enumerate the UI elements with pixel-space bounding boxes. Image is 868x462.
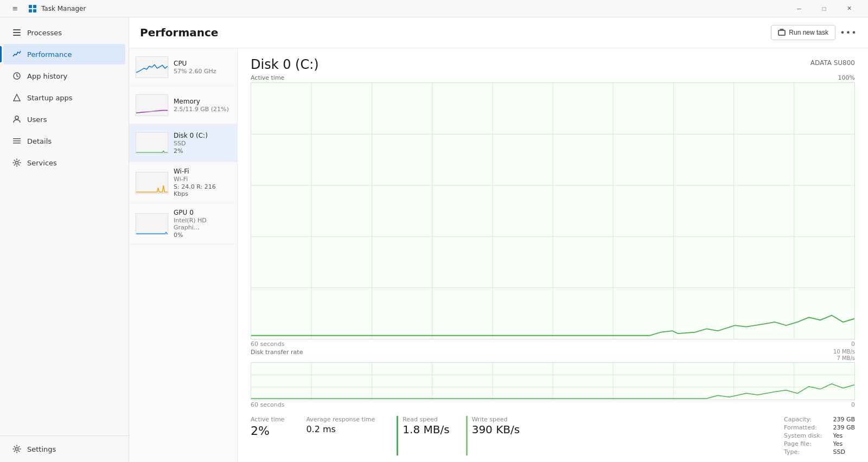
chart2-label: Disk transfer rate [251,349,303,361]
device-item-gpu0[interactable]: GPU 0 Intel(R) HD Graphi... 0% [129,203,237,245]
chart-section-active-time: Active time 100% [238,74,868,349]
svg-point-9 [15,116,18,119]
cpu-mini-chart [136,56,168,78]
sidebar-item-details[interactable]: Details [3,131,125,151]
disk0-info: Disk 0 (C:) SSD 2% [174,132,231,155]
sidebar-label-processes: Processes [27,29,62,37]
window-controls: ─ □ ✕ [787,0,861,17]
app-body: Processes Performance App history [0,17,868,462]
write-speed-value: 390 KB/s [472,423,520,436]
more-icon: ••• [840,28,857,38]
device-item-disk0[interactable]: Disk 0 (C:) SSD 2% [129,124,237,162]
gpu-mini-chart [136,213,168,235]
device-item-memory[interactable]: Memory 2.5/11.9 GB (21%) [129,86,237,124]
chart2-max2: 7 MB/s [837,355,855,361]
sidebar-item-settings[interactable]: Settings [3,439,125,459]
performance-icon [12,49,22,59]
bottom-charts-section: Disk transfer rate 10 MB/s 7 MB/s [238,349,868,409]
window-title: Task Manager [41,5,787,12]
sidebar-item-app-history[interactable]: App history [3,66,125,86]
svg-rect-1 [33,5,36,8]
chart1-time: 60 seconds [251,341,284,348]
device-item-wifi[interactable]: Wi-Fi Wi-Fi S: 24.0 R: 216 Kbps [129,162,237,203]
read-speed-stat: Read speed 1.8 MB/s [397,416,449,455]
chart1-label-row: Active time 100% [251,74,855,81]
close-button[interactable]: ✕ [837,0,861,17]
chart2-max1: 10 MB/s [833,349,855,355]
sidebar-item-users[interactable]: Users [3,109,125,130]
disk0-name: Disk 0 (C:) [174,132,231,139]
gpu0-val: 0% [174,232,231,239]
app-history-icon [12,71,22,81]
active-time-stat: Active time 2% [251,416,284,455]
content-area: Performance Run new task ••• [129,17,868,462]
chart1-svg [251,83,854,339]
type-value: SSD [833,448,855,455]
detail-title: Disk 0 (C:) [251,57,319,72]
details-icon [12,136,22,146]
sidebar-item-processes[interactable]: Processes [3,22,125,43]
sidebar-label-services: Services [27,159,57,167]
capacity-value: 239 GB [833,416,855,423]
chart2-svg [251,363,854,400]
content-header: Performance Run new task ••• [129,17,868,48]
run-task-icon [778,29,786,36]
avg-response-value: 0.2 ms [306,424,375,434]
more-options-button[interactable]: ••• [840,24,857,41]
sidebar-label-startup-apps: Startup apps [27,94,73,102]
main-split: CPU 57% 2.60 GHz Memory 2.5/11.9 GB [129,48,868,462]
svg-rect-5 [13,32,21,33]
speed-stats: Read speed 1.8 MB/s Write speed 390 KB/s [397,416,520,455]
capacity-label: Capacity: [784,416,822,423]
chart1-time-row: 60 seconds 0 [251,339,855,349]
avg-response-label: Average response time [306,416,375,423]
chart1-container [251,82,855,339]
sidebar-bottom: Settings [0,435,129,460]
formatted-label: Formatted: [784,424,822,431]
cpu-name: CPU [174,60,231,67]
svg-rect-4 [13,29,21,30]
write-speed-stat: Write speed 390 KB/s [466,416,520,455]
device-item-cpu[interactable]: CPU 57% 2.60 GHz [129,48,237,86]
chart2-container [251,362,855,400]
settings-icon [12,444,22,454]
svg-point-13 [16,162,18,164]
wifi-val: S: 24.0 R: 216 Kbps [174,183,231,197]
system-disk-label: System disk: [784,432,822,439]
detail-model-block: ADATA SU800 [810,57,855,67]
write-speed-label: Write speed [472,416,520,423]
sidebar-item-startup-apps[interactable]: Startup apps [3,87,125,108]
stats-bar: Active time 2% Average response time 0.2… [238,409,868,462]
sidebar: Processes Performance App history [0,17,129,462]
chart1-max: 100% [838,74,855,81]
minimize-button[interactable]: ─ [787,0,812,17]
chart2-time-row: 60 seconds 0 [251,400,855,409]
disk-info-stats: Capacity: 239 GB Formatted: 239 GB Syste… [784,416,855,455]
run-new-task-button[interactable]: Run new task [771,25,835,40]
formatted-value: 239 GB [833,424,855,431]
avg-response-stat: Average response time 0.2 ms [306,416,375,455]
active-time-label: Active time [251,416,284,423]
svg-rect-6 [13,35,21,36]
sidebar-item-services[interactable]: Services [3,152,125,173]
wifi-name: Wi-Fi [174,168,231,175]
hamburger-icon: ≡ [12,4,18,12]
active-time-value: 2% [251,424,284,438]
memory-sub: 2.5/11.9 GB (21%) [174,106,231,113]
memory-mini-chart [136,94,168,116]
sidebar-item-performance[interactable]: Performance [3,44,125,65]
chart1-label: Active time [251,74,284,81]
hamburger-button[interactable]: ≡ [7,0,24,17]
maximize-button[interactable]: □ [812,0,837,17]
chart1-min: 0 [851,341,855,348]
wifi-mini-chart [136,172,168,194]
wifi-info: Wi-Fi Wi-Fi S: 24.0 R: 216 Kbps [174,168,231,197]
gpu0-sub: Intel(R) HD Graphi... [174,217,231,231]
svg-marker-8 [14,94,20,101]
detail-model: ADATA SU800 [810,59,855,67]
sidebar-label-settings: Settings [27,445,56,453]
gpu0-name: GPU 0 [174,209,231,216]
run-new-task-label: Run new task [789,29,828,36]
processes-icon [12,28,22,37]
detail-header: Disk 0 (C:) ADATA SU800 [238,48,868,74]
